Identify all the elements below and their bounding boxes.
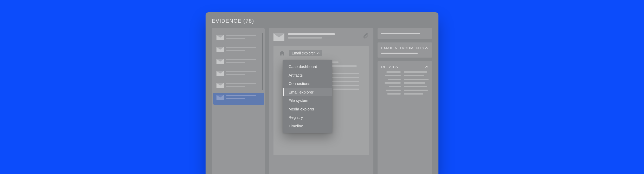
dropdown-item-email-explorer[interactable]: Email explorer <box>283 88 332 97</box>
email-icon <box>216 35 224 40</box>
dropdown-item-file-system[interactable]: File system <box>283 96 332 105</box>
chevron-up-icon[interactable] <box>425 47 429 50</box>
sidebar-scrollbar[interactable] <box>262 33 263 90</box>
email-icon <box>216 47 224 52</box>
details-panel-title: DETAILS <box>381 65 398 69</box>
document-toolbar: Email explorer <box>279 50 364 56</box>
email-meta-placeholder <box>288 37 322 39</box>
email-list-item[interactable] <box>215 57 263 69</box>
email-sidebar <box>212 28 265 174</box>
app-frame: EVIDENCE (78) <box>206 12 438 174</box>
dropdown-item-case-dashboard[interactable]: Case dashboard <box>283 63 332 71</box>
details-panel: DETAILS <box>378 61 432 174</box>
summary-panel <box>378 28 432 39</box>
email-icon <box>216 59 224 64</box>
chevron-up-icon[interactable] <box>425 65 429 69</box>
email-list-item[interactable] <box>215 81 263 93</box>
email-list-item[interactable] <box>215 69 263 81</box>
email-list-item[interactable] <box>215 45 263 57</box>
explorer-dropdown-menu: Case dashboard Artifacts Connections Ema… <box>283 60 332 133</box>
email-icon <box>216 83 224 88</box>
email-subject-placeholder <box>288 33 335 35</box>
email-list-item[interactable] <box>215 33 263 45</box>
attachment-icon[interactable] <box>363 33 369 39</box>
dropdown-item-artifacts[interactable]: Artifacts <box>283 71 332 80</box>
content-columns: Email explorer Case dashboard <box>212 28 432 174</box>
chevron-up-icon <box>317 52 320 54</box>
email-header <box>273 33 369 41</box>
explorer-dropdown-label: Email explorer <box>292 51 315 55</box>
dropdown-item-timeline[interactable]: Timeline <box>283 122 332 130</box>
document-area: Email explorer Case dashboard <box>273 46 369 155</box>
dropdown-item-connections[interactable]: Connections <box>283 79 332 88</box>
attachments-panel: EMAIL ATTACHMENTS <box>378 42 432 58</box>
summary-placeholder <box>381 33 420 34</box>
page-title: EVIDENCE (78) <box>212 18 432 24</box>
email-list-item-selected[interactable] <box>213 93 264 105</box>
home-icon[interactable] <box>279 50 285 56</box>
explorer-dropdown-trigger[interactable]: Email explorer <box>289 50 322 56</box>
dropdown-item-registry[interactable]: Registry <box>283 113 332 122</box>
email-icon <box>273 33 284 41</box>
email-icon <box>216 71 224 76</box>
attachments-panel-title: EMAIL ATTACHMENTS <box>381 46 424 50</box>
main-panel: Email explorer Case dashboard <box>269 28 373 174</box>
email-icon <box>216 95 224 100</box>
attachment-placeholder <box>381 53 418 54</box>
dropdown-item-media-explorer[interactable]: Media explorer <box>283 105 332 114</box>
side-panels: EMAIL ATTACHMENTS DETAILS <box>378 28 432 174</box>
